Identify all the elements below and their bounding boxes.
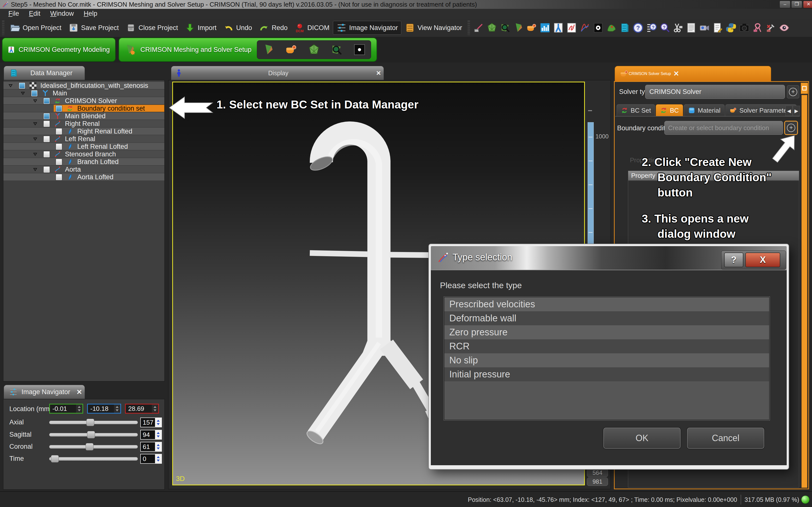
location-field-2[interactable]: 28.69 xyxy=(125,404,159,413)
ribbon-icon[interactable] xyxy=(751,21,764,35)
help-icon[interactable]: ? xyxy=(631,21,645,35)
tetrahedron-icon[interactable] xyxy=(512,21,525,35)
sketch-icon[interactable] xyxy=(565,21,578,35)
visibility-checkbox[interactable] xyxy=(43,136,50,143)
time-spinbox[interactable]: 0 xyxy=(140,454,162,464)
dicom-button[interactable]: DCMDICOM xyxy=(291,21,333,35)
type-option-no-slip[interactable]: No slip xyxy=(444,353,769,368)
tree-item-aorta-lofted[interactable]: Aorta Lofted xyxy=(3,173,164,181)
tree-item-stenosed-branch[interactable]: Stenosed Branch xyxy=(3,151,164,158)
view-navigator-button[interactable]: View Navigator xyxy=(401,21,465,35)
window-value[interactable]: 981 xyxy=(587,477,608,486)
save-project-button[interactable]: Save Project xyxy=(65,21,122,35)
open-project-button[interactable]: Open Project xyxy=(6,21,65,35)
log-icon[interactable] xyxy=(684,21,698,35)
toolbar-grip[interactable] xyxy=(467,21,470,35)
tree-item-boundary-condition-set[interactable]: Boundary condition set xyxy=(3,105,164,112)
menu-help[interactable]: Help xyxy=(79,9,102,18)
type-listbox[interactable]: Prescribed velocitiesDeformable wallZero… xyxy=(444,297,770,420)
seed-point-icon[interactable] xyxy=(353,44,366,56)
close-project-button[interactable]: Close Project xyxy=(122,21,182,35)
expander-icon[interactable] xyxy=(33,121,37,126)
snapshot-icon[interactable] xyxy=(738,21,751,35)
tab-meshing-solver-setup[interactable]: CRIMSON Meshing and Solver Setup xyxy=(118,38,377,62)
tree-item-idealised-bifricutation-with-stenosis[interactable]: Idealised_bifricutation_with_stenosis xyxy=(3,82,164,89)
type-option-initial-pressure[interactable]: Initial pressure xyxy=(444,368,769,381)
inspect-icon[interactable] xyxy=(499,21,512,35)
visibility-checkbox[interactable] xyxy=(56,128,62,135)
tab-scroll-left-icon[interactable]: ◀ xyxy=(785,106,793,116)
tree-item-left-renal-lofted[interactable]: Left Renal Lofted xyxy=(3,143,164,150)
menu-edit[interactable]: Edit xyxy=(24,9,46,18)
lens-icon[interactable] xyxy=(592,21,605,35)
visibility-checkbox[interactable] xyxy=(56,159,62,165)
menu-window[interactable]: Window xyxy=(45,9,79,18)
spinner-icons[interactable] xyxy=(155,430,161,439)
visibility-checkbox[interactable] xyxy=(56,105,62,112)
polyhedron-icon[interactable] xyxy=(308,44,320,56)
close-icon[interactable]: ✕ xyxy=(74,388,85,396)
video-icon[interactable] xyxy=(698,21,711,35)
clipper-icon[interactable] xyxy=(671,21,684,35)
axial-spinbox[interactable]: 157 xyxy=(140,417,162,427)
maximize-button[interactable]: ❐ xyxy=(791,1,802,8)
coronal-spinbox[interactable]: 61 xyxy=(140,442,162,452)
tree-item-left-renal[interactable]: Left Renal xyxy=(3,135,164,143)
solver-icon[interactable] xyxy=(285,44,298,56)
spinner-icons[interactable] xyxy=(114,404,120,413)
spinner-icons[interactable] xyxy=(155,454,161,463)
redo-button[interactable]: Redo xyxy=(255,21,291,35)
barchart-icon[interactable] xyxy=(539,21,552,35)
visibility-checkbox[interactable] xyxy=(31,90,38,97)
notes-icon[interactable] xyxy=(711,21,724,35)
coronal-slider-handle[interactable] xyxy=(86,443,94,450)
boundary-condition-input[interactable]: Create or select boundary condition xyxy=(664,121,783,135)
dialog-title-bar[interactable]: Type selection ? X xyxy=(431,246,786,270)
tree-item-aorta[interactable]: Aorta xyxy=(3,166,164,173)
visibility-checkbox[interactable] xyxy=(43,98,50,104)
repair-icon[interactable] xyxy=(764,21,777,35)
expander-icon[interactable] xyxy=(33,167,37,172)
level-value[interactable]: 564 xyxy=(587,469,608,477)
solver-setup-tab[interactable]: CRIMSON Solver Setup ✕ xyxy=(615,66,771,81)
measure-icon[interactable] xyxy=(472,21,485,35)
import-button[interactable]: Import xyxy=(181,21,220,35)
help-index-icon[interactable]: ? xyxy=(645,21,658,35)
spinner-icons[interactable] xyxy=(155,442,161,451)
visibility-checkbox[interactable] xyxy=(43,120,50,127)
close-button[interactable]: ✕ xyxy=(803,1,812,8)
sagittal-slider-handle[interactable] xyxy=(87,431,95,438)
ok-button[interactable]: OK xyxy=(603,428,680,449)
expander-icon[interactable] xyxy=(8,83,13,88)
type-option-rcr[interactable]: RCR xyxy=(444,339,769,353)
spinner-icons[interactable] xyxy=(155,418,161,427)
type-option-prescribed-velocities[interactable]: Prescribed velocities xyxy=(444,297,769,311)
dialog-close-button[interactable]: X xyxy=(745,252,780,267)
expander-icon[interactable] xyxy=(33,137,37,141)
tab-geometry-modeling[interactable]: CRIMSON Geometry Modeling xyxy=(2,38,116,62)
tree-item-main-blended[interactable]: Main Blended xyxy=(3,112,164,120)
expander-icon[interactable] xyxy=(33,152,37,156)
tree-item-branch-lofted[interactable]: Branch Lofted xyxy=(3,158,164,165)
vessel-icon[interactable] xyxy=(552,21,565,35)
tree-item-main[interactable]: Main xyxy=(3,90,164,97)
visibility-checkbox[interactable] xyxy=(56,174,62,180)
expander-icon[interactable] xyxy=(33,99,37,103)
close-icon[interactable]: ✕ xyxy=(373,70,384,77)
visibility-checkbox[interactable] xyxy=(56,143,62,150)
axial-slider-handle[interactable] xyxy=(86,419,94,426)
location-field-0[interactable]: -0.01 xyxy=(49,404,83,413)
close-icon[interactable]: ✕ xyxy=(671,70,681,78)
spinner-icons[interactable] xyxy=(152,404,158,413)
scrollbar-thumb[interactable] xyxy=(801,95,807,488)
type-option-deformable-wall[interactable]: Deformable wall xyxy=(444,311,769,325)
solver-tab-bc-set[interactable]: BC Set xyxy=(617,104,655,116)
minimize-button[interactable]: – xyxy=(779,1,790,8)
solver-type-combobox[interactable]: CRIMSON Solver xyxy=(645,85,785,99)
image-navigator-button[interactable]: Image Navigator xyxy=(333,21,401,35)
archive-icon[interactable] xyxy=(618,21,631,35)
location-field-1[interactable]: -10.18 xyxy=(87,404,121,413)
type-option-zero-pressure[interactable]: Zero pressure xyxy=(444,325,769,339)
undo-button[interactable]: Undo xyxy=(220,21,256,35)
tree-item-crimson-solver[interactable]: CRIMSON Solver xyxy=(3,97,164,105)
